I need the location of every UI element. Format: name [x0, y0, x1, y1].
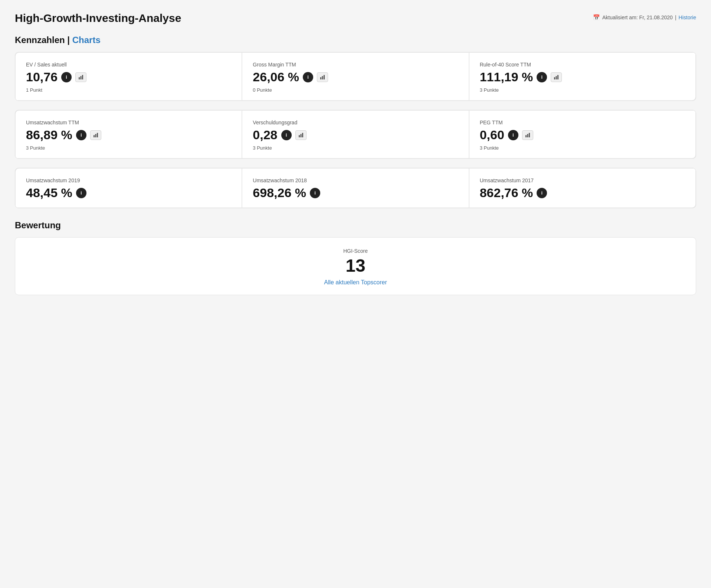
- metric-value-row-verschuldung: 0,28 i: [253, 128, 306, 142]
- kennzahlen-heading: Kennzahlen | Charts: [15, 35, 101, 45]
- chart-btn-verschuldung[interactable]: [295, 130, 307, 140]
- info-btn-umsatz-ttm[interactable]: i: [76, 130, 86, 140]
- svg-rect-1: [81, 76, 82, 79]
- metric-value-umsatz-2017: 862,76 %: [480, 186, 533, 200]
- svg-rect-10: [95, 134, 96, 137]
- svg-rect-6: [554, 77, 555, 79]
- metric-value-umsatz-2018: 698,26 %: [253, 186, 306, 200]
- metric-value-row-umsatz-ttm: 86,89 % i: [26, 128, 101, 142]
- metric-card-umsatz-ttm: Umsatzwachstum TTM 86,89 % i 3 Punkte: [15, 110, 242, 159]
- metric-value-gross-margin: 26,06 %: [253, 70, 299, 84]
- metric-card-umsatz-2018: Umsatzwachstum 2018 698,26 % i: [242, 168, 469, 208]
- metric-points-peg: 3 Punkte: [480, 145, 499, 151]
- metric-label-gross-margin: Gross Margin TTM: [253, 62, 296, 68]
- info-btn-umsatz-2017[interactable]: i: [537, 188, 547, 198]
- svg-rect-5: [324, 75, 325, 79]
- separator-pipe: |: [675, 14, 676, 20]
- info-btn-umsatz-2019[interactable]: i: [76, 188, 86, 198]
- svg-rect-12: [299, 135, 300, 137]
- bewertung-card: HGI-Score 13 Alle aktuellen Topscorer: [15, 237, 696, 295]
- svg-rect-3: [320, 77, 321, 79]
- svg-rect-13: [300, 134, 301, 137]
- info-btn-gross-margin[interactable]: i: [303, 72, 313, 82]
- metric-points-umsatz-ttm: 3 Punkte: [26, 145, 45, 151]
- metric-card-umsatz-2019: Umsatzwachstum 2019 48,45 % i: [15, 168, 242, 208]
- svg-rect-11: [97, 133, 98, 137]
- metrics-grid-row3: Umsatzwachstum 2019 48,45 % i Umsatzwach…: [15, 168, 696, 208]
- metric-card-umsatz-2017: Umsatzwachstum 2017 862,76 % i: [469, 168, 696, 208]
- metric-label-umsatz-2019: Umsatzwachstum 2019: [26, 177, 80, 183]
- topscorer-link[interactable]: Alle aktuellen Topscorer: [324, 279, 387, 286]
- svg-rect-16: [527, 134, 528, 137]
- metric-value-row-gross-margin: 26,06 % i: [253, 70, 328, 84]
- metric-card-rule40: Rule-of-40 Score TTM 111,19 % i 3 Punkte: [469, 52, 696, 101]
- metric-card-peg: PEG TTM 0,60 i 3 Punkte: [469, 110, 696, 159]
- chart-btn-ev-sales[interactable]: [75, 72, 86, 82]
- metric-points-rule40: 3 Punkte: [480, 87, 499, 93]
- metric-points-verschuldung: 3 Punkte: [253, 145, 272, 151]
- updated-label: Aktualisiert am: Fr, 21.08.2020: [602, 14, 673, 20]
- chart-btn-peg[interactable]: [522, 130, 533, 140]
- metric-label-verschuldung: Verschuldungsgrad: [253, 120, 297, 125]
- charts-link[interactable]: Charts: [72, 35, 101, 45]
- metric-value-rule40: 111,19 %: [480, 70, 533, 84]
- update-info: 📅 Aktualisiert am: Fr, 21.08.2020 | Hist…: [593, 14, 696, 21]
- svg-rect-14: [302, 133, 303, 137]
- metric-value-row-rule40: 111,19 % i: [480, 70, 562, 84]
- info-btn-ev-sales[interactable]: i: [61, 72, 72, 82]
- bewertung-section: Bewertung HGI-Score 13 Alle aktuellen To…: [15, 220, 696, 295]
- metric-label-peg: PEG TTM: [480, 120, 503, 125]
- page-title: High-Growth-Investing-Analyse: [15, 12, 181, 24]
- hgi-value: 13: [345, 257, 365, 275]
- metrics-grid-row1: EV / Sales aktuell 10,76 i 1 Punkt Gross…: [15, 52, 696, 101]
- metric-value-row-umsatz-2017: 862,76 % i: [480, 186, 547, 200]
- metric-value-row-ev-sales: 10,76 i: [26, 70, 86, 84]
- chart-btn-umsatz-ttm[interactable]: [90, 130, 101, 140]
- info-btn-rule40[interactable]: i: [537, 72, 547, 82]
- metric-points-ev-sales: 1 Punkt: [26, 87, 42, 93]
- metric-label-ev-sales: EV / Sales aktuell: [26, 62, 67, 68]
- svg-rect-15: [525, 135, 527, 137]
- metric-value-row-umsatz-2018: 698,26 % i: [253, 186, 320, 200]
- bewertung-heading: Bewertung: [15, 220, 696, 231]
- info-btn-peg[interactable]: i: [508, 130, 518, 140]
- svg-rect-17: [529, 133, 530, 137]
- svg-rect-0: [79, 77, 80, 79]
- chart-btn-rule40[interactable]: [551, 72, 562, 82]
- svg-rect-2: [82, 75, 83, 79]
- chart-btn-gross-margin[interactable]: [317, 72, 328, 82]
- metric-value-verschuldung: 0,28: [253, 128, 277, 142]
- metric-value-umsatz-2019: 48,45 %: [26, 186, 72, 200]
- metric-label-umsatz-ttm: Umsatzwachstum TTM: [26, 120, 79, 125]
- metric-label-rule40: Rule-of-40 Score TTM: [480, 62, 531, 68]
- hgi-label: HGI-Score: [343, 248, 368, 254]
- kennzahlen-heading-row: Kennzahlen | Charts: [15, 35, 696, 45]
- page-header: High-Growth-Investing-Analyse 📅 Aktualis…: [15, 12, 696, 24]
- info-btn-verschuldung[interactable]: i: [281, 130, 292, 140]
- metric-points-gross-margin: 0 Punkte: [253, 87, 272, 93]
- svg-rect-8: [557, 75, 558, 79]
- history-link[interactable]: Historie: [679, 14, 696, 20]
- metrics-grid-row2: Umsatzwachstum TTM 86,89 % i 3 Punkte Ve…: [15, 110, 696, 159]
- metric-value-row-peg: 0,60 i: [480, 128, 533, 142]
- metric-value-umsatz-ttm: 86,89 %: [26, 128, 72, 142]
- metric-label-umsatz-2018: Umsatzwachstum 2018: [253, 177, 307, 183]
- svg-rect-4: [322, 76, 323, 79]
- metric-card-verschuldung: Verschuldungsgrad 0,28 i 3 Punkte: [242, 110, 469, 159]
- metric-value-row-umsatz-2019: 48,45 % i: [26, 186, 86, 200]
- metric-label-umsatz-2017: Umsatzwachstum 2017: [480, 177, 534, 183]
- metric-value-ev-sales: 10,76: [26, 70, 58, 84]
- svg-rect-7: [556, 76, 557, 79]
- info-btn-umsatz-2018[interactable]: i: [310, 188, 320, 198]
- metric-card-ev-sales: EV / Sales aktuell 10,76 i 1 Punkt: [15, 52, 242, 101]
- calendar-icon: 📅: [593, 14, 600, 21]
- metric-card-gross-margin: Gross Margin TTM 26,06 % i 0 Punkte: [242, 52, 469, 101]
- metric-value-peg: 0,60: [480, 128, 504, 142]
- svg-rect-9: [94, 135, 95, 137]
